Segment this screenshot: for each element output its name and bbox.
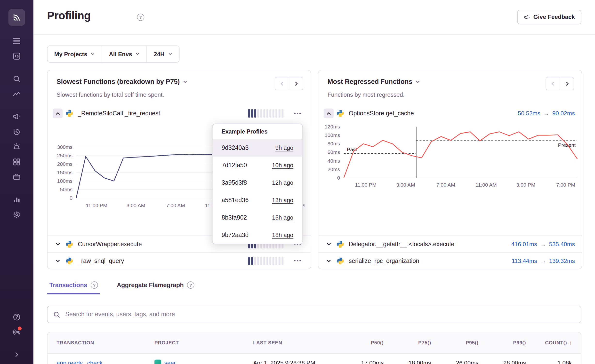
example-profile-row[interactable]: 9b72aa3d 18h ago xyxy=(212,226,302,244)
column-header-count[interactable]: COUNT()↓ xyxy=(526,340,572,345)
page-help-icon[interactable]: ? xyxy=(137,14,144,21)
sidebar-item-dashboards[interactable] xyxy=(10,155,24,169)
function-name: _raw_snql_query xyxy=(78,257,124,264)
profile-time-link[interactable]: 13h ago xyxy=(272,197,293,204)
sidebar-item-alerts[interactable] xyxy=(10,140,24,154)
sidebar-item-help[interactable] xyxy=(10,310,24,324)
project-link[interactable]: seer xyxy=(164,360,176,364)
column-header-p50[interactable]: P50() xyxy=(336,340,384,345)
example-profile-row[interactable]: 3a95d3f8 12h ago xyxy=(212,174,302,191)
transactions-help-icon[interactable]: ? xyxy=(91,281,98,289)
example-profile-row[interactable]: a581ed36 13h ago xyxy=(212,191,302,209)
more-options-button[interactable] xyxy=(291,256,304,266)
most-regressed-title[interactable]: Most Regressed Functions xyxy=(328,78,420,86)
explore-icon xyxy=(12,52,21,61)
previous-page-button[interactable] xyxy=(546,77,560,90)
sidebar-expand-button[interactable] xyxy=(10,348,24,361)
tab-aggregate-flamegraph[interactable]: Aggregate Flamegraph ? xyxy=(114,281,197,294)
search-input[interactable] xyxy=(64,311,575,318)
column-header-transaction[interactable]: TRANSACTION xyxy=(56,340,154,345)
example-profiles-popup: Example Profiles 9d3240a3 9h ago 7d12fa5… xyxy=(212,124,303,244)
chevron-down-icon xyxy=(183,79,187,84)
sidebar-item-replays[interactable] xyxy=(10,125,24,139)
sidebar-item-issues[interactable] xyxy=(10,34,24,48)
profile-time-link[interactable]: 18h ago xyxy=(272,232,293,238)
chevron-down-icon xyxy=(55,242,60,246)
svg-text:0: 0 xyxy=(337,175,340,181)
sentry-logo[interactable] xyxy=(8,9,25,26)
collapse-function-button[interactable] xyxy=(53,109,63,119)
most-regressed-pager xyxy=(546,77,574,90)
before-duration-link[interactable]: 416.01ms xyxy=(511,241,537,247)
sidebar-item-insights[interactable] xyxy=(10,87,24,101)
svg-text:60ms: 60ms xyxy=(328,149,340,155)
column-header-project[interactable]: PROJECT xyxy=(154,340,253,345)
before-duration-link[interactable]: 113.44ms xyxy=(512,257,537,264)
expand-function-button[interactable] xyxy=(53,239,63,249)
transactions-table: TRANSACTION PROJECT LAST SEEN P50() P75(… xyxy=(47,332,581,364)
slowest-functions-pager xyxy=(275,77,303,90)
sidebar-item-whats-new[interactable] xyxy=(10,325,24,339)
expand-function-button[interactable] xyxy=(324,256,334,266)
profile-time-link[interactable]: 9h ago xyxy=(275,144,293,151)
regression-chart[interactable]: 020ms40ms60ms80ms100ms120ms11:00 PM3:00 … xyxy=(318,123,582,195)
collapse-function-button[interactable] xyxy=(324,109,334,119)
expand-function-button[interactable] xyxy=(324,239,334,249)
example-profile-row[interactable]: 8b3fa902 15h ago xyxy=(212,209,302,226)
example-profile-row[interactable]: 9d3240a3 9h ago xyxy=(212,139,302,157)
aggregate-help-icon[interactable]: ? xyxy=(187,281,194,289)
sidebar-item-search[interactable] xyxy=(10,72,24,86)
environment-filter-dropdown[interactable]: All Envs xyxy=(102,46,147,62)
column-header-p95[interactable]: P95() xyxy=(431,340,479,345)
profile-time-link[interactable]: 12h ago xyxy=(272,179,293,186)
profile-time-link[interactable]: 10h ago xyxy=(272,162,293,169)
date-range-dropdown[interactable]: 24H xyxy=(147,46,179,62)
slowest-functions-title[interactable]: Slowest Functions (breakdown by P75) xyxy=(56,78,187,86)
after-duration-link[interactable]: 90.02ms xyxy=(552,110,575,117)
example-profile-row[interactable]: 7d12fa50 10h ago xyxy=(212,157,302,174)
count-value: 1.08k xyxy=(526,360,572,364)
project-filter-label: My Projects xyxy=(54,51,87,57)
give-feedback-button[interactable]: Give Feedback xyxy=(517,10,581,24)
search-icon xyxy=(53,311,60,318)
most-regressed-subtitle: Functions by most regressed. xyxy=(328,91,405,98)
expand-function-button[interactable] xyxy=(53,256,63,266)
sidebar-item-feedback[interactable] xyxy=(10,110,24,123)
filter-bar: My Projects All Envs 24H xyxy=(47,46,179,63)
environment-filter-label: All Envs xyxy=(109,51,132,57)
sidebar-item-explore[interactable] xyxy=(10,49,24,63)
column-header-last-seen[interactable]: LAST SEEN xyxy=(253,340,336,345)
issues-icon xyxy=(12,36,21,46)
function-row[interactable]: OptionsStore.get_cache 50.52ms → 90.02ms xyxy=(318,105,582,122)
search-bar[interactable] xyxy=(47,306,581,323)
next-page-button[interactable] xyxy=(289,77,303,90)
profile-time-link[interactable]: 15h ago xyxy=(272,214,293,221)
function-name: Delegator.__getattr__.<locals>.execute xyxy=(349,241,454,247)
function-row[interactable]: Delegator.__getattr__.<locals>.execute 4… xyxy=(318,236,582,252)
bar-chart-icon xyxy=(12,195,21,204)
slowest-functions-title-label: Slowest Functions (breakdown by P75) xyxy=(56,78,180,86)
svg-text:7:00 AM: 7:00 AM xyxy=(436,182,455,188)
dashboards-grid-icon xyxy=(12,157,21,166)
sidebar-item-releases[interactable] xyxy=(10,170,24,183)
function-row[interactable]: _raw_snql_query xyxy=(48,252,311,269)
table-row[interactable]: app.ready._check seer Apr 1, 2025 9:28:3… xyxy=(48,354,581,364)
column-header-p75[interactable]: P75() xyxy=(384,340,431,345)
after-duration-link[interactable]: 139.32ms xyxy=(549,257,575,264)
previous-page-button[interactable] xyxy=(275,77,289,90)
p75-value: 18.00ms xyxy=(384,360,431,364)
chevron-left-icon xyxy=(550,81,555,86)
sidebar-item-stats[interactable] xyxy=(10,193,24,206)
project-filter-dropdown[interactable]: My Projects xyxy=(48,46,102,62)
after-duration-link[interactable]: 535.40ms xyxy=(549,241,575,247)
next-page-button[interactable] xyxy=(560,77,574,90)
function-row[interactable]: serialize_rpc_organization 113.44ms → 13… xyxy=(318,252,582,269)
slowest-functions-subtitle: Slowest functions by total self time spe… xyxy=(56,91,164,98)
transaction-link[interactable]: app.ready._check xyxy=(56,360,103,364)
function-row[interactable]: _RemoteSiloCall._fire_request xyxy=(48,105,311,122)
tab-transactions[interactable]: Transactions ? xyxy=(47,281,100,294)
before-duration-link[interactable]: 50.52ms xyxy=(518,110,540,117)
column-header-p99[interactable]: P99() xyxy=(479,340,526,345)
more-options-button[interactable] xyxy=(291,109,304,119)
sidebar-item-settings[interactable] xyxy=(10,208,24,222)
